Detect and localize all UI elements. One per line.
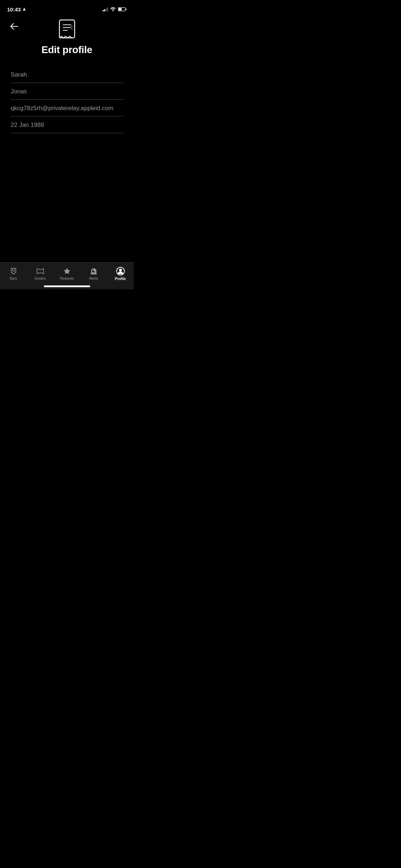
email-field xyxy=(11,100,123,117)
navigation-icon xyxy=(22,7,26,11)
bottom-nav: Bars Guides Rewards xyxy=(0,262,134,289)
back-button[interactable] xyxy=(7,19,21,33)
page-title: Edit profile xyxy=(41,44,92,56)
rewards-label: Rewards xyxy=(60,277,74,280)
profile-icon xyxy=(58,19,76,41)
profile-label: Profile xyxy=(115,277,126,281)
svg-point-8 xyxy=(71,25,72,27)
status-icons xyxy=(103,7,127,11)
svg-point-0 xyxy=(113,11,113,11)
svg-point-11 xyxy=(119,269,122,272)
email-input[interactable] xyxy=(11,100,123,117)
nav-item-bars[interactable]: Bars xyxy=(0,266,27,282)
guides-label: Guides xyxy=(35,277,46,280)
home-indicator xyxy=(44,285,90,287)
status-bar: 10:43 xyxy=(0,0,134,16)
battery-icon xyxy=(118,7,127,11)
first-name-input[interactable] xyxy=(11,66,123,83)
last-name-field xyxy=(11,83,123,100)
wifi-icon xyxy=(110,7,116,11)
status-time: 10:43 xyxy=(7,6,26,12)
svg-point-9 xyxy=(71,28,72,30)
rewards-icon xyxy=(63,267,71,275)
bars-label: Bars xyxy=(10,277,17,280)
nav-items: Bars Guides Rewards xyxy=(0,265,134,282)
alerts-icon xyxy=(90,267,97,275)
dob-field xyxy=(11,117,123,133)
nav-item-guides[interactable]: Guides xyxy=(27,266,53,282)
form-container xyxy=(0,63,134,133)
nav-item-alerts[interactable]: Alerts xyxy=(80,266,107,282)
header: Edit profile xyxy=(0,16,134,63)
alerts-label: Alerts xyxy=(89,277,98,280)
svg-rect-2 xyxy=(126,9,127,10)
guides-icon xyxy=(36,267,44,275)
signal-icon xyxy=(103,7,108,11)
nav-item-rewards[interactable]: Rewards xyxy=(53,266,80,282)
bars-icon xyxy=(10,267,17,275)
svg-rect-3 xyxy=(118,8,122,10)
profile-nav-icon xyxy=(116,267,125,275)
first-name-field xyxy=(11,66,123,83)
dob-input[interactable] xyxy=(11,117,123,133)
nav-item-profile[interactable]: Profile xyxy=(107,265,134,282)
last-name-input[interactable] xyxy=(11,83,123,100)
